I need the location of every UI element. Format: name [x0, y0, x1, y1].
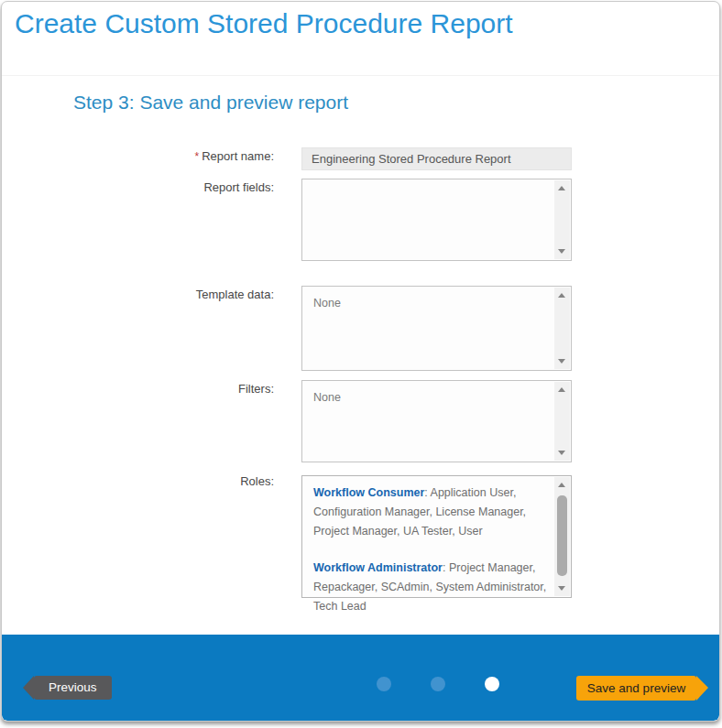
step-heading: Step 3: Save and preview report [73, 92, 348, 114]
scrollbar-thumb[interactable] [557, 495, 567, 576]
scroll-down-arrow-icon[interactable] [558, 249, 565, 254]
roles-label: Roles: [20, 474, 274, 488]
roles-listbox[interactable]: Workflow Consumer: Application User, Con… [301, 475, 572, 598]
report-name-input[interactable]: Engineering Stored Procedure Report [301, 147, 572, 170]
role-entry: Workflow Consumer: Application User, Con… [313, 484, 549, 541]
save-and-preview-button[interactable]: Save and preview [576, 676, 696, 701]
filters-listbox[interactable]: None [301, 380, 572, 462]
role-name: Workflow Administrator [313, 561, 443, 574]
roles-content: Workflow Consumer: Application User, Con… [302, 476, 571, 624]
scroll-down-arrow-icon[interactable] [558, 359, 565, 364]
step-dot-1 [377, 677, 391, 691]
step-dot-2 [431, 677, 445, 691]
step-dot-3 [485, 677, 499, 691]
template-data-listbox[interactable]: None [301, 286, 572, 371]
page-title: Create Custom Stored Procedure Report [15, 8, 513, 39]
scroll-down-arrow-icon[interactable] [558, 451, 565, 455]
report-fields-label: Report fields: [20, 180, 274, 194]
role-name: Workflow Consumer [313, 486, 424, 499]
scroll-up-arrow-icon[interactable] [558, 293, 565, 298]
filters-value: None [302, 381, 571, 414]
scrollbar[interactable] [554, 382, 570, 461]
wizard-dialog: Create Custom Stored Procedure Report St… [1, 1, 720, 722]
scrollbar[interactable] [554, 477, 570, 596]
report-name-label: *Report name: [20, 149, 274, 163]
scroll-up-arrow-icon[interactable] [558, 186, 565, 190]
required-asterisk: * [195, 150, 200, 163]
scroll-up-arrow-icon[interactable] [558, 387, 565, 392]
role-entry: Workflow Administrator: Project Manager,… [313, 559, 549, 616]
template-data-value: None [302, 287, 571, 320]
wizard-footer-bar: Previous Save and preview [2, 635, 719, 721]
scrollbar[interactable] [554, 288, 570, 369]
template-data-label: Template data: [20, 288, 274, 301]
report-name-label-text: Report name: [202, 149, 274, 163]
role-separator: : [443, 561, 449, 574]
scroll-down-arrow-icon[interactable] [558, 586, 565, 591]
previous-button[interactable]: Previous [34, 676, 112, 700]
report-fields-value [302, 179, 571, 194]
scroll-up-arrow-icon[interactable] [558, 483, 565, 487]
report-fields-listbox[interactable] [301, 179, 572, 261]
scrollbar[interactable] [554, 180, 570, 259]
filters-label: Filters: [20, 382, 274, 396]
title-divider [2, 75, 719, 76]
